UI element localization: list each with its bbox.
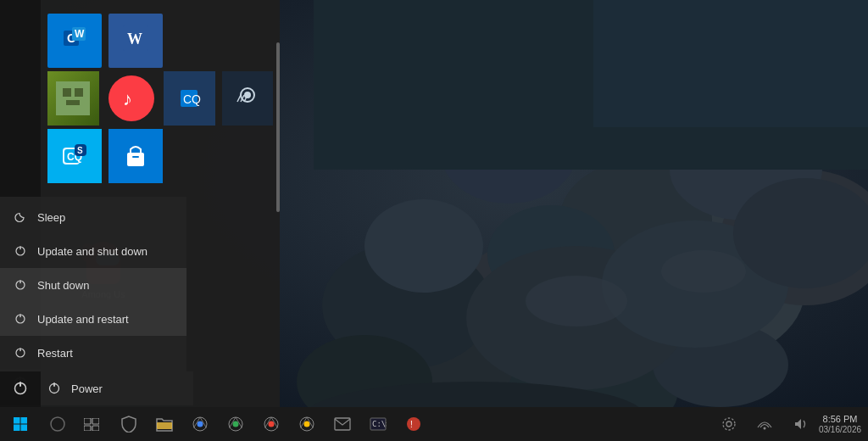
tile-row-3: CQ S [47,129,273,183]
taskbar-app-icons: C:\> ! [108,407,712,441]
scroll-indicator [276,42,280,212]
svg-text:C:\>: C:\> [372,420,387,428]
taskbar-volume-icon[interactable] [783,407,817,441]
tile-outlook[interactable]: O W [47,14,102,68]
taskbar-network-icon[interactable] [748,407,782,441]
svg-rect-40 [75,88,83,97]
tile-row-1: O W W [47,14,273,68]
power-label-icon [47,382,61,395]
taskbar-clock[interactable]: 8:56 PM 03/16/2026 [819,407,861,441]
update-restart-icon [14,312,27,326]
windows-logo-icon [13,416,28,432]
svg-point-86 [723,418,735,430]
power-label: Power [71,382,103,395]
tile-minecraft[interactable] [47,71,99,126]
svg-text:♪: ♪ [123,88,132,109]
tile-steam[interactable] [222,71,274,126]
update-shutdown-button[interactable]: Update and shut down [0,234,186,268]
taskbar-chrome1-icon[interactable] [183,407,217,441]
taskbar-cortana-button[interactable] [41,407,75,441]
chrome-icon-4 [298,416,315,433]
game-icon: ! [405,416,422,433]
clock-date: 03/16/2026 [819,425,861,434]
taskbar: C:\> ! [0,407,868,441]
svg-point-12 [364,199,483,293]
svg-point-21 [661,250,746,293]
svg-text:W: W [75,28,85,40]
taskbar-mail-icon[interactable] [326,407,359,441]
clock-time: 8:56 PM [823,414,858,424]
volume-icon [793,416,808,432]
svg-point-20 [526,276,627,327]
svg-rect-19 [593,0,868,127]
svg-rect-39 [63,88,71,97]
svg-rect-65 [21,425,28,432]
svg-rect-63 [21,417,28,424]
word-icon: W [123,25,148,56]
start-menu: Sleep Update and shut down Shut down [0,0,280,407]
update-restart-button[interactable]: Update and restart [0,302,186,336]
taskbar-chrome3-icon[interactable] [254,407,288,441]
update-shutdown-icon [14,244,27,258]
svg-rect-56 [127,153,144,166]
svg-text:CQ: CQ [183,92,201,106]
svg-rect-38 [56,81,90,115]
taskbar-chrome4-icon[interactable] [290,407,324,441]
power-button[interactable] [0,371,41,405]
mail-icon [334,417,351,431]
svg-point-66 [51,417,64,431]
svg-rect-70 [92,426,99,431]
tile-word[interactable]: W [108,14,163,68]
chrome-icon-3 [263,416,280,433]
taskbar-game-icon[interactable]: ! [397,407,431,441]
network-icon [757,416,772,432]
svg-point-75 [233,421,239,427]
svg-rect-67 [84,418,91,424]
chrome-icon-2 [227,416,244,433]
svg-text:S: S [77,146,83,155]
svg-point-79 [304,421,310,427]
shield-icon [121,416,136,433]
taskbar-settings-icon[interactable] [712,407,746,441]
svg-point-87 [764,427,766,430]
tile-music[interactable]: ♪ [106,71,158,126]
sleep-icon [14,210,27,224]
svg-rect-41 [66,100,80,105]
settings-gear-icon [721,416,737,432]
svg-rect-68 [92,418,99,424]
outlook-icon: O W [62,25,87,56]
tile-cortana[interactable]: CQ [164,71,215,126]
power-button-icon [13,381,28,396]
taskview-icon [84,418,99,431]
tile-store[interactable] [108,129,163,183]
cortana-circle-icon [49,416,66,433]
folder-icon [156,416,173,432]
svg-rect-62 [14,417,20,424]
svg-point-83 [407,417,420,431]
shutdown-icon [14,278,27,292]
svg-point-73 [198,421,203,427]
tile-skype[interactable]: CQ S [47,129,102,183]
taskbar-explorer-icon[interactable] [147,407,181,441]
taskbar-terminal-icon[interactable]: C:\> [361,407,395,441]
taskbar-chrome2-icon[interactable] [219,407,253,441]
taskbar-right-icons: 8:56 PM 03/16/2026 [712,407,868,441]
taskbar-start-button[interactable] [0,407,41,441]
restart-icon [14,346,27,360]
svg-text:!: ! [410,420,413,429]
chrome-icon-1 [192,416,209,433]
taskbar-security-icon[interactable] [112,407,146,441]
shutdown-button[interactable]: Shut down [0,268,186,302]
terminal-icon: C:\> [370,417,387,431]
svg-rect-64 [14,425,20,432]
taskbar-taskview-button[interactable] [75,407,108,441]
power-submenu: Sleep Update and shut down Shut down [0,197,186,373]
restart-button[interactable]: Restart [0,336,186,370]
svg-point-77 [269,421,275,427]
svg-point-85 [726,421,732,427]
svg-text:W: W [127,31,142,47]
tile-row-2: ♪ CQ [47,71,273,126]
power-label-row[interactable]: Power [41,371,193,405]
svg-rect-71 [157,422,172,429]
sleep-button[interactable]: Sleep [0,200,186,234]
